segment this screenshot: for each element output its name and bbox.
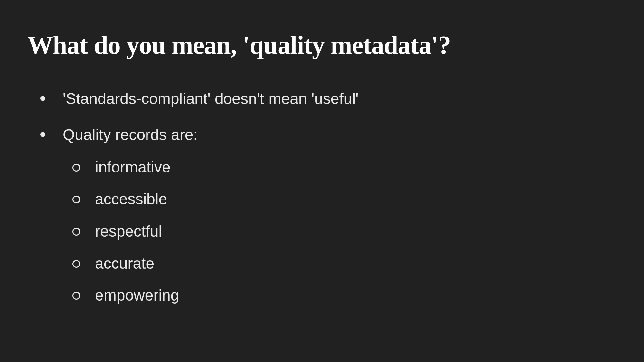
sub-bullet-text: accurate [95, 255, 154, 272]
sub-bullet-text: empowering [95, 287, 179, 304]
sub-list: informative accessible respectful accura… [72, 158, 617, 305]
list-item: respectful [72, 222, 617, 241]
slide-container: What do you mean, 'quality metadata'? 'S… [0, 0, 644, 362]
list-item: informative [72, 158, 617, 177]
bullet-list: 'Standards-compliant' doesn't mean 'usef… [40, 89, 617, 305]
list-item: accurate [72, 254, 617, 273]
slide-title: What do you mean, 'quality metadata'? [27, 31, 617, 60]
sub-bullet-text: accessible [95, 190, 167, 208]
list-item: Quality records are: informative accessi… [40, 125, 617, 304]
list-item: 'Standards-compliant' doesn't mean 'usef… [40, 89, 617, 109]
bullet-text: 'Standards-compliant' doesn't mean 'usef… [63, 90, 358, 107]
sub-bullet-text: respectful [95, 223, 162, 240]
bullet-text: Quality records are: [63, 126, 198, 143]
sub-bullet-text: informative [95, 159, 171, 176]
list-item: empowering [72, 286, 617, 305]
list-item: accessible [72, 190, 617, 209]
